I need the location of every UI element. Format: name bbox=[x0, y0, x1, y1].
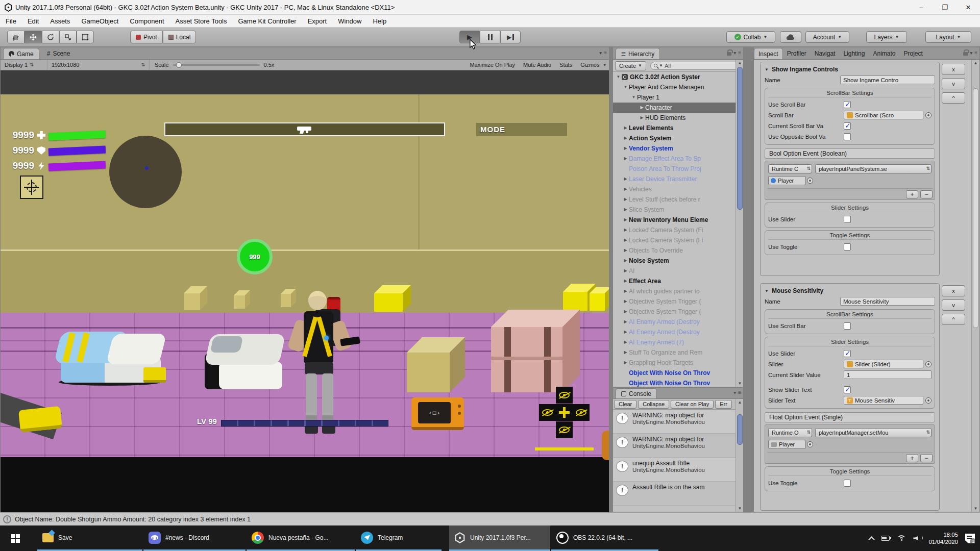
hierarchy-item[interactable]: ▶ Objective System Trigger ( bbox=[613, 307, 736, 317]
object-picker-icon[interactable] bbox=[807, 178, 813, 184]
hierarchy-item[interactable]: ▼ GKC 3.02f Action Syster bbox=[613, 72, 736, 82]
menu-item[interactable]: Component bbox=[124, 15, 169, 28]
menu-item[interactable]: Game Kit Controller bbox=[233, 15, 302, 28]
panel-menu-icon[interactable]: ≡ bbox=[738, 50, 741, 56]
expand-arrow-icon[interactable]: ▶ bbox=[622, 276, 629, 286]
game-toolbar-toggle[interactable]: Stats bbox=[559, 62, 572, 68]
hierarchy-item[interactable]: Poison Area To Throw Proj bbox=[613, 164, 736, 174]
runtime-dropdown[interactable]: Runtime O bbox=[768, 428, 812, 437]
component-remove-button[interactable]: x bbox=[942, 285, 965, 296]
inspector-tab[interactable]: Inspect bbox=[754, 48, 783, 59]
hierarchy-search-input[interactable]: ▼ All bbox=[650, 62, 741, 70]
use-slider-checkbox[interactable] bbox=[844, 216, 851, 223]
tab-game[interactable]: Game bbox=[3, 48, 39, 59]
rotate-tool-button[interactable] bbox=[42, 31, 59, 43]
scale-slider-knob[interactable] bbox=[176, 62, 182, 68]
hierarchy-item[interactable]: ▶ Grappling Hook Targets bbox=[613, 358, 736, 368]
show-slider-text-checkbox[interactable] bbox=[844, 386, 851, 393]
use-toggle-checkbox[interactable] bbox=[844, 480, 851, 487]
expand-arrow-icon[interactable]: ▶ bbox=[622, 256, 629, 266]
expand-arrow-icon[interactable]: ▶ bbox=[622, 358, 629, 368]
hierarchy-item[interactable]: ▶ Objects To Override bbox=[613, 245, 736, 256]
scroll-down-icon[interactable]: ▼ bbox=[736, 381, 744, 386]
panel-menu-icon[interactable]: ≡ bbox=[974, 50, 977, 56]
hierarchy-scroll-thumb[interactable] bbox=[737, 67, 743, 210]
menu-item[interactable]: Assets bbox=[44, 15, 76, 28]
taskbar-app-telegram[interactable]: Telegram bbox=[356, 525, 442, 551]
hierarchy-item[interactable]: ▶ Vendor System bbox=[613, 143, 736, 154]
eye-button-left[interactable] bbox=[539, 404, 556, 421]
opposite-bool-checkbox[interactable] bbox=[844, 133, 851, 140]
name-field[interactable]: Mouse Sensitivity bbox=[840, 297, 935, 306]
hierarchy-item[interactable]: ▶ Action System bbox=[613, 133, 736, 143]
gizmos-caret-icon[interactable]: ▾ bbox=[603, 62, 609, 67]
method-dropdown[interactable]: playerInputManager.setMou bbox=[815, 428, 932, 437]
expand-arrow-icon[interactable]: ▼ bbox=[622, 82, 629, 92]
expand-arrow-icon[interactable]: ▶ bbox=[622, 133, 629, 143]
panel-menu-icon[interactable]: ≡ bbox=[604, 50, 607, 56]
hierarchy-item[interactable]: ▼ Player 1 bbox=[613, 92, 736, 103]
hierarchy-item[interactable]: ▶ Locked Camera System (Fi bbox=[613, 225, 736, 235]
hud-crosshair-box[interactable] bbox=[20, 176, 43, 199]
expand-arrow-icon[interactable]: ▶ bbox=[622, 194, 629, 205]
wifi-icon[interactable] bbox=[897, 535, 906, 541]
hierarchy-item[interactable]: ▶ AI Enemy Armed (7) bbox=[613, 337, 736, 347]
inspector-tab[interactable]: Profiler bbox=[783, 48, 811, 59]
expand-arrow-icon[interactable]: ▶ bbox=[622, 266, 629, 276]
expand-arrow-icon[interactable]: ▶ bbox=[622, 327, 629, 337]
game-toolbar-toggle[interactable]: Gizmos bbox=[580, 62, 599, 68]
hierarchy-item[interactable]: ▶ Level Elements bbox=[613, 123, 736, 133]
expand-arrow-icon[interactable]: ▶ bbox=[639, 103, 645, 113]
scroll-up-icon[interactable]: ▲ bbox=[736, 400, 744, 405]
scroll-up-icon[interactable]: ▲ bbox=[736, 61, 744, 65]
hierarchy-item[interactable]: Object With Noise On Throv bbox=[613, 378, 736, 387]
rect-tool-button[interactable] bbox=[77, 31, 94, 43]
event-target-field[interactable]: Player bbox=[768, 176, 806, 185]
menu-item[interactable]: Help bbox=[367, 15, 392, 28]
hierarchy-item[interactable]: ▶ Character bbox=[613, 103, 736, 113]
start-button[interactable] bbox=[0, 525, 31, 551]
event-add-button[interactable]: + bbox=[906, 190, 918, 198]
hand-tool-button[interactable] bbox=[7, 31, 24, 43]
expand-arrow-icon[interactable]: ▶ bbox=[622, 143, 629, 154]
inspector-tab[interactable]: Project bbox=[899, 48, 926, 59]
console-message[interactable]: ! WARNING: map object for UnityEngine.Mo… bbox=[613, 410, 736, 434]
expand-arrow-icon[interactable]: ▶ bbox=[622, 245, 629, 256]
console-toolbar-button[interactable]: Collapse bbox=[638, 400, 669, 409]
menu-item[interactable]: File bbox=[0, 15, 22, 28]
battery-icon[interactable] bbox=[881, 536, 890, 541]
pause-button[interactable] bbox=[480, 31, 500, 43]
eye-button-right[interactable] bbox=[573, 404, 590, 421]
expand-arrow-icon[interactable]: ▶ bbox=[622, 296, 629, 307]
method-dropdown[interactable]: playerInputPanelSystem.se bbox=[815, 164, 932, 173]
expand-arrow-icon[interactable]: ▶ bbox=[622, 174, 629, 184]
account-dropdown[interactable]: Account▼ bbox=[805, 31, 849, 43]
tab-hierarchy[interactable]: ☰ Hierarchy bbox=[616, 48, 660, 59]
hierarchy-item[interactable]: ▶ Vehicles bbox=[613, 184, 736, 194]
scale-slider[interactable] bbox=[173, 64, 260, 66]
hierarchy-scrollbar[interactable]: ▲ ▼ bbox=[736, 60, 743, 387]
menu-item[interactable]: Export bbox=[302, 15, 333, 28]
game-toolbar-toggle[interactable]: Mute Audio bbox=[523, 62, 551, 68]
component-move-up-button[interactable]: ^ bbox=[942, 314, 965, 325]
hierarchy-item[interactable]: ▶ Effect Area bbox=[613, 276, 736, 286]
expand-arrow-icon[interactable]: ▶ bbox=[622, 347, 629, 358]
inspector-tab[interactable]: Lighting bbox=[839, 48, 869, 59]
current-scrollbar-checkbox[interactable] bbox=[844, 122, 851, 130]
hierarchy-item[interactable]: ▶ Laser Device Transmitter bbox=[613, 174, 736, 184]
plus-button[interactable] bbox=[556, 404, 573, 421]
inspector-tab[interactable]: Animato bbox=[869, 48, 899, 59]
scroll-down-icon[interactable]: ▼ bbox=[972, 506, 979, 511]
speaker-icon[interactable] bbox=[913, 535, 921, 541]
hierarchy-item[interactable]: Object With Noise On Throv bbox=[613, 368, 736, 378]
inspector-tab[interactable]: Navigat bbox=[811, 48, 840, 59]
lock-icon[interactable] bbox=[963, 52, 968, 56]
status-bar[interactable]: ! Object Name: Double Shotgun Ammo Amoun… bbox=[0, 512, 980, 525]
taskbar-app-save[interactable]: Save bbox=[37, 525, 142, 551]
console-toolbar-button[interactable]: Clear on Play bbox=[671, 400, 714, 409]
expand-arrow-icon[interactable]: ▶ bbox=[622, 286, 629, 296]
use-slider-checkbox[interactable] bbox=[844, 350, 851, 357]
tab-scene[interactable]: # Scene bbox=[42, 48, 76, 59]
panel-dropdown-icon[interactable]: ▾ bbox=[733, 50, 736, 56]
game-toolbar-toggle[interactable]: Maximize On Play bbox=[470, 62, 515, 68]
